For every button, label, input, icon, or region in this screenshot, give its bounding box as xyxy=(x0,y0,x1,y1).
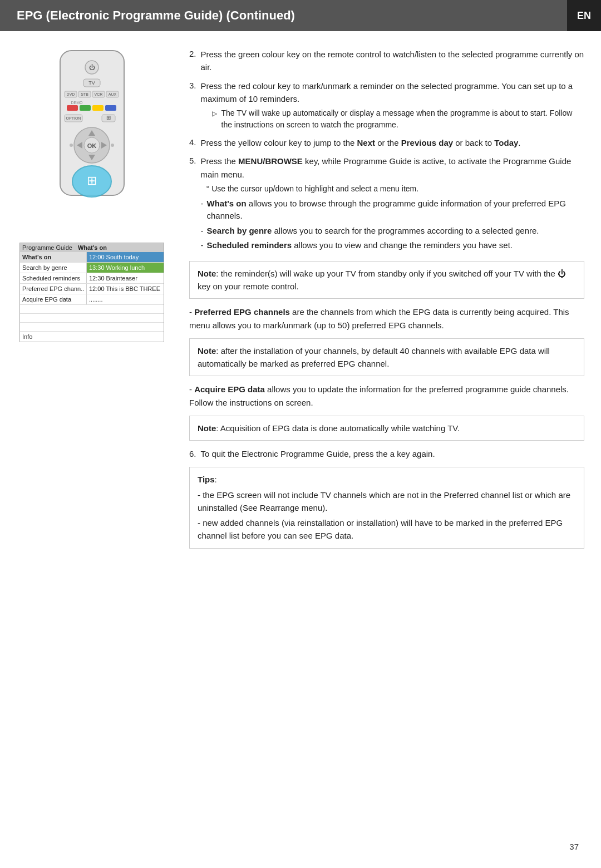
svg-text:OPTION: OPTION xyxy=(66,116,81,120)
acquire-epg-bold: Acquire EPG data xyxy=(194,384,265,394)
main-content: ⏻ TV DVD STB VCR AUX DEMO xyxy=(0,31,601,555)
step-2: 2. Press the green colour key on the rem… xyxy=(189,48,584,74)
note-box-2: Note: after the installation of your cha… xyxy=(189,338,584,377)
svg-point-30 xyxy=(111,144,114,147)
epg-row-4: Acquire EPG data ........ xyxy=(20,294,164,305)
epg-empty-1 xyxy=(20,305,164,314)
epg-info-bar: Info xyxy=(20,332,164,342)
svg-text:⊞: ⊞ xyxy=(106,115,111,121)
svg-rect-15 xyxy=(80,105,91,111)
epg-left-1: Search by genre xyxy=(20,263,87,273)
genre-bold: Search by genre xyxy=(207,226,272,235)
epg-screen-ui: Programme Guide What's on What's on 12:0… xyxy=(19,243,164,342)
svg-text:DEMO: DEMO xyxy=(71,101,83,105)
svg-text:OK: OK xyxy=(87,142,96,149)
page-title: EPG (Electronic Programme Guide) (Contin… xyxy=(17,8,295,23)
right-column: 2. Press the green colour key on the rem… xyxy=(184,48,584,555)
step-5-num: 5. xyxy=(189,155,196,254)
step-5-bold-menu: MENU/BROWSE xyxy=(238,156,303,166)
svg-rect-16 xyxy=(92,105,104,111)
preferred-epg-text: - Preferred EPG channels are the channel… xyxy=(189,305,584,332)
preferred-epg-section: - Preferred EPG channels are the channel… xyxy=(189,305,584,332)
step-2-num: 2. xyxy=(189,48,196,74)
note2-text: : after the installation of your channel… xyxy=(198,346,550,368)
svg-text:⏻: ⏻ xyxy=(88,64,95,71)
note2-label: Note xyxy=(198,346,216,356)
remote-control-image: ⏻ TV DVD STB VCR AUX DEMO xyxy=(43,48,141,226)
step-5-text: Press the MENU/BROWSE key, while Program… xyxy=(201,155,584,254)
epg-right-4: ........ xyxy=(87,294,164,304)
epg-right-3: 12:00 This is BBC THREE xyxy=(87,284,164,294)
step-3-text: Press the red colour key to mark/unmark … xyxy=(201,80,584,131)
sub-item-genre-text: Search by genre allows you to search for… xyxy=(207,225,539,238)
language-badge: EN xyxy=(567,0,601,31)
page-number: 37 xyxy=(569,842,579,851)
epg-empty-3 xyxy=(20,323,164,332)
note1-label: Note: the reminder(s) will wake up your … xyxy=(198,269,566,291)
step-5-degree: ° Use the cursor up/down to highlight an… xyxy=(206,183,584,195)
step-4-bold-prev: Previous day xyxy=(401,138,453,147)
step-4-bold-today: Today xyxy=(494,138,518,147)
degree-text: Use the cursor up/down to highlight and … xyxy=(211,183,418,195)
svg-text:⊞: ⊞ xyxy=(87,174,97,188)
step-5-sub-list: - What's on allows you to browse through… xyxy=(201,198,584,252)
acquire-epg-section: - Acquire EPG data allows you to update … xyxy=(189,383,584,409)
sub-item-reminders: - Scheduled reminders allows you to view… xyxy=(201,239,584,252)
tip-1: - the EPG screen will not include TV cha… xyxy=(198,489,576,515)
left-column: ⏻ TV DVD STB VCR AUX DEMO xyxy=(11,48,173,555)
epg-left-2: Scheduled reminders xyxy=(20,273,87,283)
sub-item-whatson-text: What's on allows you to browse through t… xyxy=(207,198,584,223)
svg-text:DVD: DVD xyxy=(66,92,75,96)
epg-rows: What's on 12:00 South today Search by ge… xyxy=(20,252,164,305)
svg-text:AUX: AUX xyxy=(108,92,116,96)
tips-label: Tips: xyxy=(198,473,576,486)
whatson-bold: What's on xyxy=(207,199,247,208)
step-2-text: Press the green colour key on the remote… xyxy=(201,48,584,74)
step-6-num: 6. xyxy=(189,447,196,460)
epg-empty-2 xyxy=(20,314,164,323)
step-4-num: 4. xyxy=(189,136,196,149)
svg-text:VCR: VCR xyxy=(94,92,102,96)
epg-info-label: Info xyxy=(22,333,32,340)
epg-row-0: What's on 12:00 South today xyxy=(20,252,164,263)
step-4: 4. Press the yellow colour key to jump t… xyxy=(189,136,584,149)
page-header: EPG (Electronic Programme Guide) (Contin… xyxy=(0,0,601,31)
epg-row-2: Scheduled reminders 12:30 Brainteaser xyxy=(20,273,164,284)
epg-left-0: What's on xyxy=(20,252,87,262)
dash-1: - xyxy=(201,198,204,223)
step-6-text: To quit the Electronic Programme Guide, … xyxy=(201,447,435,460)
reminders-bold: Scheduled reminders xyxy=(207,240,292,250)
epg-header-left: Programme Guide xyxy=(22,244,72,251)
acquire-epg-text: - Acquire EPG data allows you to update … xyxy=(189,383,584,409)
step-4-text: Press the yellow colour key to jump to t… xyxy=(201,136,584,149)
steps-list: 2. Press the green colour key on the rem… xyxy=(189,48,584,254)
tips-box: Tips: - the EPG screen will not include … xyxy=(189,467,584,548)
svg-text:TV: TV xyxy=(88,80,95,86)
sub-item-whatson: - What's on allows you to browse through… xyxy=(201,198,584,223)
svg-rect-17 xyxy=(105,105,116,111)
step-3: 3. Press the red colour key to mark/unma… xyxy=(189,80,584,131)
tip-2: - new added channels (via reinstallation… xyxy=(198,516,576,542)
preferred-epg-bold: Preferred EPG channels xyxy=(194,307,290,317)
dash-2: - xyxy=(201,225,204,238)
epg-row-3: Preferred EPG chann.. 12:00 This is BBC … xyxy=(20,284,164,294)
svg-rect-14 xyxy=(67,105,78,111)
sub-item-genre: - Search by genre allows you to search f… xyxy=(201,225,584,238)
sub-item-reminders-text: Scheduled reminders allows you to view a… xyxy=(207,239,513,252)
dash-3: - xyxy=(201,239,204,252)
step-3-sub-text: The TV will wake up automatically or dis… xyxy=(221,107,584,131)
svg-text:STB: STB xyxy=(81,92,88,96)
step-3-num: 3. xyxy=(189,80,196,131)
epg-row-1: Search by genre 13:30 Working lunch xyxy=(20,263,164,273)
epg-left-3: Preferred EPG chann.. xyxy=(20,284,87,294)
epg-left-4: Acquire EPG data xyxy=(20,294,87,304)
epg-screen-header: Programme Guide What's on xyxy=(20,243,164,252)
note3-label: Note xyxy=(198,423,216,433)
epg-right-1: 13:30 Working lunch xyxy=(87,263,164,273)
epg-header-right: What's on xyxy=(78,244,107,251)
degree-symbol: ° xyxy=(206,183,210,195)
triangle-icon: ▷ xyxy=(212,108,217,131)
svg-point-29 xyxy=(70,144,73,147)
note3-text: : Acquisition of EPG data is done automa… xyxy=(216,423,460,433)
step-3-sub: ▷ The TV will wake up automatically or d… xyxy=(212,107,584,131)
